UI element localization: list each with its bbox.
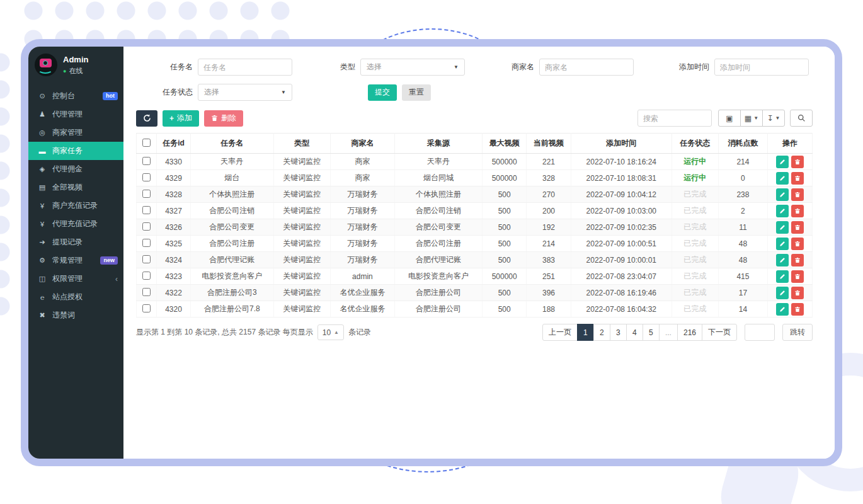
tasks-table: 任务id任务名类型商家名采集源最大视频当前视频添加时间任务状态消耗点数操作 43… — [136, 133, 813, 318]
delete-row-button[interactable] — [791, 270, 804, 283]
online-dot-icon: ● — [63, 68, 66, 74]
sidebar-item-permission-management[interactable]: ◫权限管理‹ — [28, 270, 123, 288]
sidebar-item-agent-commission[interactable]: ◈代理佣金 — [28, 160, 123, 178]
cell-operations — [768, 285, 813, 301]
cell-max-video: 500 — [483, 301, 527, 318]
page-button[interactable]: 4 — [626, 324, 643, 341]
delete-row-button[interactable] — [791, 254, 804, 266]
cell-type: 关键词监控 — [273, 268, 330, 285]
row-checkbox[interactable] — [142, 157, 151, 165]
sidebar-item-merchant-tasks[interactable]: ▬商家任务 — [28, 142, 123, 160]
delete-button[interactable]: 删除 — [204, 110, 243, 127]
cell-add-time: 2022-07-09 10:00:01 — [571, 252, 672, 268]
cell-task-id: 4325 — [157, 236, 191, 252]
sidebar-item-label: 代理佣金 — [52, 164, 83, 175]
app-window: Admin ●在线 ⊙控制台hot♟代理管理◎商家管理▬商家任务◈代理佣金▤全部… — [21, 39, 842, 466]
jump-button[interactable]: 跳转 — [782, 324, 813, 341]
sign-out-icon: ➔ — [37, 238, 47, 246]
row-checkbox[interactable] — [142, 173, 151, 181]
page-button[interactable]: 216 — [677, 324, 702, 341]
delete-row-button[interactable] — [791, 238, 804, 250]
merchant-name-input[interactable] — [539, 59, 634, 76]
task-status-select[interactable]: 选择▼ — [198, 84, 292, 101]
edit-row-button[interactable] — [776, 188, 789, 201]
page-button[interactable]: 3 — [610, 324, 627, 341]
delete-row-button[interactable] — [791, 188, 804, 201]
row-checkbox[interactable] — [142, 206, 151, 214]
page-button[interactable]: 上一页 — [542, 324, 578, 341]
submit-button[interactable]: 提交 — [368, 84, 397, 101]
row-checkbox[interactable] — [142, 255, 151, 263]
row-checkbox[interactable] — [142, 190, 151, 198]
edit-row-button[interactable] — [776, 172, 789, 185]
task-name-label: 任务名 — [155, 62, 193, 72]
cell-operations — [768, 301, 813, 318]
edit-row-button[interactable] — [776, 254, 789, 266]
delete-row-button[interactable] — [791, 221, 804, 234]
cell-points: 238 — [718, 186, 767, 203]
sidebar-item-general-management[interactable]: ⚙常规管理new — [28, 251, 123, 270]
search-input[interactable] — [637, 110, 712, 127]
search-button[interactable] — [790, 110, 813, 127]
delete-row-button[interactable] — [791, 287, 804, 299]
delete-row-button[interactable] — [791, 303, 804, 316]
cell-merchant: 名优企业服务 — [330, 285, 394, 301]
sidebar-item-agent-recharge[interactable]: ¥代理充值记录 — [28, 215, 123, 233]
cell-task-name: 个体执照注册 — [190, 186, 273, 203]
row-checkbox[interactable] — [142, 222, 151, 231]
sidebar-item-merchant-management[interactable]: ◎商家管理 — [28, 123, 123, 142]
delete-row-button[interactable] — [791, 205, 804, 217]
sidebar-item-banned-words[interactable]: ✖违禁词 — [28, 306, 123, 324]
task-name-input[interactable] — [198, 59, 292, 76]
reset-button[interactable]: 重置 — [402, 84, 431, 101]
sidebar-item-merchant-recharge[interactable]: ¥商户充值记录 — [28, 197, 123, 215]
edit-row-button[interactable] — [776, 205, 789, 217]
edit-row-button[interactable] — [776, 221, 789, 234]
page-button[interactable]: 5 — [643, 324, 660, 341]
user-panel: Admin ●在线 — [28, 47, 123, 82]
row-checkbox[interactable] — [142, 239, 151, 247]
type-select[interactable]: 选择▼ — [360, 59, 465, 76]
trash-icon — [794, 192, 801, 198]
sidebar-item-all-videos[interactable]: ▤全部视频 — [28, 178, 123, 197]
cell-max-video: 500 — [483, 285, 527, 301]
select-all-checkbox[interactable] — [142, 139, 151, 147]
add-button[interactable]: +添加 — [163, 110, 199, 127]
edit-row-button[interactable] — [776, 270, 789, 283]
columns-button[interactable]: ▦▼ — [740, 110, 763, 127]
refresh-button[interactable] — [136, 110, 157, 127]
sidebar-item-site-authorization[interactable]: ℮站点授权 — [28, 288, 123, 306]
sidebar-item-agent-management[interactable]: ♟代理管理 — [28, 105, 123, 123]
row-checkbox[interactable] — [142, 288, 151, 296]
sidebar-item-dashboard[interactable]: ⊙控制台hot — [28, 87, 123, 105]
add-time-input[interactable] — [714, 59, 809, 76]
edit-row-button[interactable] — [776, 303, 789, 316]
cell-status: 已完成 — [672, 301, 718, 318]
cell-operations — [768, 219, 813, 236]
eye-icon: ◎ — [37, 129, 47, 137]
page-button[interactable]: 下一页 — [702, 324, 737, 341]
edit-row-button[interactable] — [776, 238, 789, 250]
cell-task-name: 天率丹 — [190, 154, 273, 170]
cell-operations — [768, 236, 813, 252]
filter-row-1: 任务名 类型 选择▼ 商家名 添加时间 — [136, 59, 813, 76]
export-button[interactable]: ↧▼ — [762, 110, 785, 127]
page-button-active[interactable]: 1 — [577, 324, 594, 341]
row-checkbox[interactable] — [142, 272, 151, 280]
page-size-select[interactable]: 10▲ — [317, 324, 344, 340]
edit-row-button[interactable] — [776, 287, 789, 299]
sidebar-item-withdraw-records[interactable]: ➔提现记录 — [28, 233, 123, 251]
page-button[interactable]: 2 — [593, 324, 610, 341]
toolbar-button-group: ▣ ▦▼ ↧▼ — [718, 110, 785, 127]
cell-task-name: 合肥注册公司7.8 — [190, 301, 273, 318]
jump-page-input[interactable] — [745, 324, 775, 341]
delete-row-button[interactable] — [791, 172, 804, 185]
toggle-view-button[interactable]: ▣ — [718, 110, 741, 127]
edit-row-button[interactable] — [776, 156, 789, 168]
caret-down-icon: ▼ — [753, 115, 758, 121]
cell-add-time: 2022-07-09 10:04:12 — [571, 186, 672, 203]
delete-row-button[interactable] — [791, 156, 804, 168]
type-label: 类型 — [317, 62, 355, 72]
row-checkbox[interactable] — [142, 304, 151, 312]
users-icon: ◫ — [37, 275, 47, 283]
